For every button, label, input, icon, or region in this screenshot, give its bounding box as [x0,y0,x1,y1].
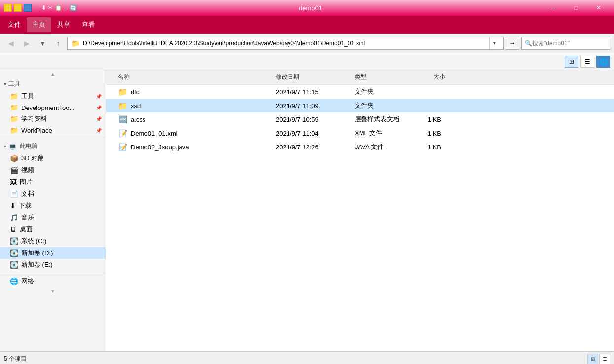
sidebar-item-label-network: 网络 [21,277,34,286]
sidebar-item-network[interactable]: 🌐 网络 [0,275,106,287]
file-name-java: 📝 Demo02_Jsoup.java [114,141,272,153]
close-button[interactable]: ✕ [587,0,610,16]
nav-back-button[interactable]: ◀ [4,36,18,50]
thispc-icon: 💻 [8,143,17,150]
quickaccess-chevron: ▾ [4,81,6,87]
address-go-button[interactable]: → [506,37,519,50]
statusbar: 5 个项目 ⊞ ☰ [0,351,614,364]
col-header-size[interactable]: 大小 [410,72,449,82]
sidebar-item-study[interactable]: 📁 学习资料 📌 [0,113,106,125]
sidebar-item-devtools[interactable]: 📁 DevelopmentToo... 📌 [0,102,106,113]
sidebar-item-c-drive[interactable]: 💽 系统 (C:) [0,235,106,247]
folder-icon: 📁 [118,87,128,97]
view-details-toggle[interactable]: ⊞ [587,354,598,364]
address-dropdown-icon[interactable]: ▾ [489,37,499,49]
titlebar-icon-blue [24,4,32,12]
sidebar-item-music[interactable]: 🎵 音乐 [0,212,106,223]
sidebar-thispc-header[interactable]: ▾ 💻 此电脑 [0,140,106,152]
view-details-button[interactable]: ⊞ [565,56,578,68]
titlebar: ⬇ ✂ 📋 ─ 🔄 demo01 ─ □ ✕ [0,0,614,16]
menu-view[interactable]: 查看 [76,17,101,32]
file-type-java: JAVA 文件 [351,142,410,152]
folder-icon: 📁 [118,101,128,110]
view-list-toggle[interactable]: ☰ [599,354,610,364]
file-date-acss: 2021/9/7 10:59 [272,115,351,124]
sidebar-item-e-drive[interactable]: 💽 新加卷 (E:) [0,259,106,271]
file-row-acss[interactable]: 🔤 a.css 2021/9/7 10:59 层叠样式表文档 1 KB [106,112,614,126]
thispc-label: 此电脑 [20,142,37,150]
video-icon: 🎬 [10,166,18,174]
music-icon: 🎵 [10,214,18,221]
file-type-xml: XML 文件 [351,128,410,139]
sidebar-scroll-up[interactable]: ▲ [0,70,106,78]
sidebar-item-d-drive[interactable]: 💽 新加卷 (D:) [0,247,106,259]
sidebar-divider2 [0,273,106,273]
sidebar: ▲ ▾ 工具 📁 工具 📌 📁 DevelopmentToo... 📌 📁 学习… [0,70,106,351]
search-input[interactable] [532,40,607,47]
sidebar-item-downloads[interactable]: ⬇ 下载 [0,200,106,212]
search-box[interactable]: 🔍 [521,37,610,50]
sidebar-item-label-music: 音乐 [21,213,34,222]
col-header-name[interactable]: 名称 [114,72,272,82]
sidebar-item-desktop[interactable]: 🖥 桌面 [0,223,106,235]
file-row-java[interactable]: 📝 Demo02_Jsoup.java 2021/9/7 12:26 JAVA … [106,140,614,154]
titlebar-quick-icons: ⬇ ✂ 📋 ─ 🔄 [41,4,77,11]
file-row-xsd[interactable]: 📁 xsd 2021/9/7 11:09 文件夹 [106,99,614,112]
folder-icon: 📁 [10,126,18,134]
sidebar-item-label-tools: 工具 [21,92,34,101]
sidebar-item-video[interactable]: 🎬 视频 [0,164,106,176]
box-icon: 📦 [10,154,18,162]
sidebar-item-tools[interactable]: 📁 工具 📌 [0,90,106,102]
titlebar-icon-yellow [4,4,12,12]
menu-share[interactable]: 共享 [51,17,76,32]
maximize-button[interactable]: □ [565,0,587,16]
nav-recent-button[interactable]: ▾ [36,36,49,50]
sidebar-scroll-down[interactable]: ▼ [0,287,106,295]
file-name-label: dtd [131,88,140,96]
sidebar-item-label-study: 学习资料 [21,114,47,123]
file-name-label: Demo02_Jsoup.java [131,144,189,151]
file-name-xml: 📝 Demo01_01.xml [114,127,272,139]
file-size-xml: 1 KB [410,129,449,138]
menubar: 文件 主页 共享 查看 [0,16,614,34]
nav-up-button[interactable]: ↑ [51,36,65,50]
sidebar-item-label-video: 视频 [21,166,34,175]
col-header-date[interactable]: 修改日期 [272,72,351,82]
pin-icon: 📌 [96,94,102,99]
sidebar-quickaccess-header[interactable]: ▾ 工具 [0,78,106,90]
menu-file[interactable]: 文件 [2,17,27,32]
sidebar-divider1 [0,138,106,138]
pin-icon: 📌 [96,128,102,133]
view-list-button[interactable]: ☰ [580,56,594,68]
titlebar-file-icons [4,4,32,12]
sidebar-item-label-d-drive: 新加卷 (D:) [21,249,53,257]
address-field[interactable]: 📁 D:\DevelopmentTools\IntelliJ IDEA 2020… [67,37,504,50]
file-size-dtd [410,91,449,93]
file-row-dtd[interactable]: 📁 dtd 2021/9/7 11:15 文件夹 [106,85,614,99]
menu-home[interactable]: 主页 [27,17,51,32]
nav-forward-button[interactable]: ▶ [20,36,34,50]
file-name-label: xsd [131,102,141,109]
toolbar-globe-button[interactable]: 🌐 [596,56,610,68]
image-icon: 🖼 [10,178,17,186]
search-icon: 🔍 [525,40,532,47]
doc-icon: 📄 [10,190,18,198]
file-row-xml[interactable]: 📝 Demo01_01.xml 2021/9/7 11:04 XML 文件 1 … [106,126,614,140]
col-header-type[interactable]: 类型 [351,72,410,82]
minimize-button[interactable]: ─ [542,0,565,16]
sidebar-item-pictures[interactable]: 🖼 图片 [0,176,106,188]
file-type-dtd: 文件夹 [351,86,410,97]
file-name-dtd: 📁 dtd [114,86,272,98]
filelist-header: 名称 修改日期 类型 大小 [106,70,614,85]
sidebar-item-docs[interactable]: 📄 文档 [0,188,106,200]
file-name-label: Demo01_01.xml [131,130,178,137]
xml-icon: 📝 [118,128,128,138]
sidebar-item-workplace[interactable]: 📁 WorkPlace 📌 [0,125,106,136]
sidebar-item-label-devtools: DevelopmentToo... [21,104,74,111]
sidebar-item-3d[interactable]: 📦 3D 对象 [0,152,106,164]
addressbar: ◀ ▶ ▾ ↑ 📁 D:\DevelopmentTools\IntelliJ I… [0,34,614,53]
file-name-label: a.css [131,116,145,123]
quickaccess-label: 工具 [8,80,20,88]
file-type-xsd: 文件夹 [351,100,410,111]
window-controls: ─ □ ✕ [542,0,610,16]
